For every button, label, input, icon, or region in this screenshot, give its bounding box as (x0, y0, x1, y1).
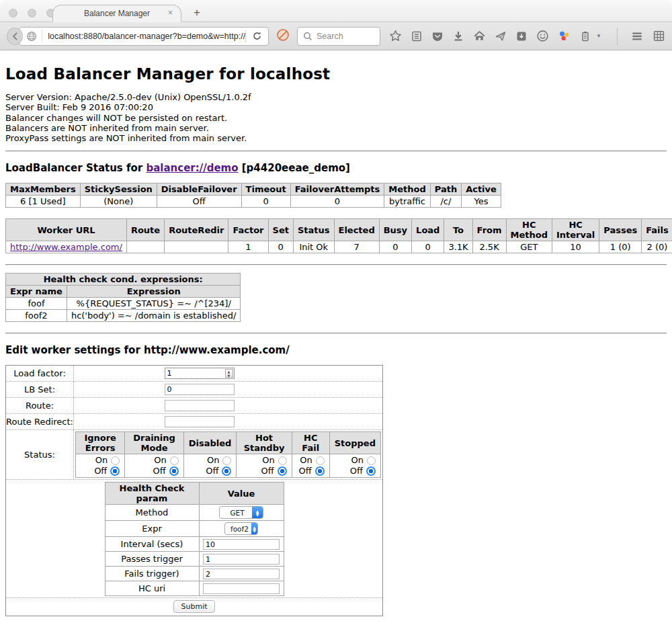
submit-button[interactable]: Submit (173, 600, 214, 613)
status-column-header: Ignore Errors (76, 432, 125, 454)
search-bar[interactable]: Search (297, 27, 380, 46)
expr-select[interactable]: foof2▲▼ (224, 522, 258, 535)
menu-hamburger-icon[interactable] (630, 30, 644, 43)
lb-set-input[interactable] (165, 384, 235, 395)
bookmark-star-icon[interactable] (389, 30, 402, 42)
radio-label: On (351, 455, 364, 466)
balancer-status-table: MaxMembers StickySession DisableFailover… (5, 183, 501, 208)
server-info: Server Version: Apache/2.5.0-dev (Unix) … (5, 92, 667, 143)
extension-dots-icon[interactable] (558, 30, 571, 42)
dropdown-caret-icon[interactable]: ▼ (596, 33, 601, 39)
new-tab-button[interactable]: + (194, 6, 200, 19)
radio-hot-standby-off[interactable] (278, 466, 287, 476)
clipboard-extension-icon[interactable] (579, 30, 591, 42)
adblock-ban-icon[interactable] (276, 28, 290, 44)
status-column-header: Stopped (329, 432, 380, 454)
column-header: Active (462, 183, 501, 196)
column-header: Factor (228, 219, 268, 241)
form-row-status: Status: Ignore Errors Draining Mode Disa… (6, 430, 383, 480)
page-content: Load Balancer Manager for localhost Serv… (0, 65, 672, 623)
hc-row-interval: Interval (secs) (105, 537, 284, 552)
hc-param-label: Expr (105, 521, 199, 537)
load-factor-input[interactable] (165, 368, 235, 379)
hc-row-fails: Fails trigger) (105, 567, 284, 581)
cell-expr-name: foof (6, 298, 67, 310)
column-header: Health Check param (105, 483, 199, 505)
interval-input[interactable] (203, 539, 280, 550)
cell-to: 3.1K (444, 241, 472, 253)
cell-stickysession: (None) (80, 196, 157, 208)
status-cell-ignore-errors: On Off (76, 454, 125, 478)
cell-from: 2.5K (472, 241, 506, 253)
selected-value: GET (220, 509, 252, 517)
passes-trigger-input[interactable] (203, 554, 280, 565)
column-header: Set (268, 219, 293, 241)
tab-grid-icon[interactable] (653, 30, 665, 42)
hc-param-label: Passes trigger (105, 552, 199, 567)
number-spinner-icon[interactable]: ▲▼ (225, 369, 233, 378)
form-row-route: Route: (6, 398, 383, 414)
downloads-icon[interactable] (452, 30, 464, 42)
feedback-smiley-icon[interactable] (536, 30, 549, 42)
url-text[interactable]: localhost:8880/balancer-manager?b=demo&w… (42, 32, 245, 41)
home-icon[interactable] (473, 30, 486, 42)
radio-stopped-off[interactable] (366, 466, 376, 476)
fails-trigger-input[interactable] (203, 569, 280, 579)
field-label: Route: (6, 398, 74, 414)
select-stepper-icon: ▲▼ (251, 523, 257, 534)
worker-row: http://www.example.com/ 1 0 Init Ok 7 0 … (6, 241, 672, 253)
column-header: Fails (642, 219, 672, 241)
method-select[interactable]: GET▲▼ (219, 506, 263, 519)
worker-table: Worker URL Route RouteRedir Factor Set S… (5, 218, 672, 253)
column-header: Timeout (241, 183, 290, 196)
status-cell-hot-standby: On Off (237, 454, 292, 478)
browser-window: Balancer Manager × + localhost:8880/bala… (0, 0, 672, 623)
radio-label: Off (206, 466, 218, 476)
tab-balancer-manager[interactable]: Balancer Manager × (52, 5, 181, 22)
radio-label: Off (350, 466, 363, 476)
back-button[interactable] (7, 28, 23, 45)
radio-hc-fail-on[interactable] (316, 456, 325, 465)
site-identity-globe-icon[interactable] (26, 31, 37, 42)
tab-close-icon[interactable]: × (168, 9, 173, 17)
urlbar-divider (245, 30, 246, 42)
cell-hc-method: GET (506, 241, 552, 253)
column-header: FailoverAttempts (290, 183, 384, 196)
save-to-device-icon[interactable] (515, 30, 528, 42)
balancer-link[interactable]: balancer://demo (146, 162, 238, 174)
radio-hot-standby-on[interactable] (278, 456, 287, 465)
reading-list-icon[interactable] (411, 30, 423, 42)
route-redirect-input[interactable] (165, 416, 235, 427)
hc-expressions-table: Health check cond. expressions: Expr nam… (5, 273, 241, 322)
radio-ignore-errors-off[interactable] (110, 466, 120, 476)
column-header: Expression (67, 286, 241, 298)
radio-disabled-on[interactable] (222, 456, 231, 465)
divider (5, 151, 667, 152)
radio-hc-fail-off[interactable] (315, 466, 325, 476)
radio-label: Off (94, 466, 107, 476)
hc-param-label: Interval (secs) (105, 537, 199, 552)
reload-icon[interactable] (252, 31, 262, 41)
column-header: Passes (599, 219, 642, 241)
route-input[interactable] (165, 400, 235, 411)
hc-uri-input[interactable] (203, 583, 280, 594)
divider (5, 264, 667, 265)
url-bar[interactable]: localhost:8880/balancer-manager?b=demo&w… (19, 27, 269, 46)
note-inherit-proxypass: ProxyPass settings are NOT inherited fro… (5, 133, 667, 143)
cell-routeredir (165, 241, 228, 253)
column-header: To (444, 219, 472, 241)
send-tab-icon[interactable] (495, 30, 507, 42)
hc-row-expr: Expr foof2▲▼ (105, 521, 284, 537)
minimize-window-button[interactable] (28, 9, 36, 17)
window-controls (9, 9, 55, 17)
radio-draining-mode-on[interactable] (170, 456, 179, 465)
column-header: Worker URL (6, 219, 127, 241)
radio-disabled-off[interactable] (222, 466, 231, 476)
close-window-button[interactable] (9, 9, 17, 17)
worker-url-link[interactable]: http://www.example.com/ (10, 242, 122, 252)
pocket-icon[interactable] (431, 30, 444, 42)
field-label: Route Redirect: (6, 414, 74, 430)
radio-ignore-errors-on[interactable] (111, 456, 120, 465)
radio-stopped-on[interactable] (367, 456, 376, 465)
radio-draining-mode-off[interactable] (169, 466, 179, 476)
